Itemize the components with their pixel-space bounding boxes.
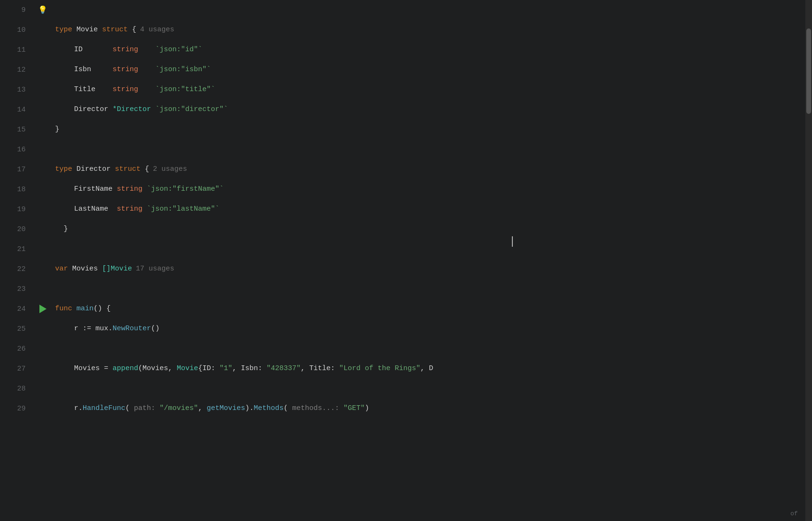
type-movie-lit: Movie xyxy=(177,364,198,372)
var-movies-assign: Movies xyxy=(74,364,100,372)
usages-director: 2 usages xyxy=(153,165,187,173)
line-number-23: 23 xyxy=(0,285,34,293)
line-content-12: Isbn string `json:"isbn"` xyxy=(51,60,812,80)
line-number-28: 28 xyxy=(0,385,34,393)
method-methods: Methods xyxy=(254,404,283,412)
string-3: "Lord of the Rings" xyxy=(339,364,420,372)
param-methods-label: methods...: xyxy=(292,404,343,412)
gutter-9: 💡 xyxy=(34,5,51,15)
line-number-17: 17 xyxy=(0,166,34,174)
assign-op: := xyxy=(83,325,91,333)
json-tag-firstname: `json:"firstName"` xyxy=(147,185,224,193)
var-movies: Movies xyxy=(72,265,98,273)
line-number-24: 24 xyxy=(0,305,34,313)
line-content-24: func main() { xyxy=(51,299,812,319)
code-line-25: 25 r := mux.NewRouter() xyxy=(0,319,812,339)
scrollbar[interactable] xyxy=(805,0,812,521)
json-tag-lastname: `json:"lastName"` xyxy=(147,205,219,213)
string-1: "1" xyxy=(219,364,232,372)
code-editor: 9 💡 10 type Movie struct {4 usages 11 ID… xyxy=(0,0,812,521)
code-line-13: 13 Title string `json:"title"` xyxy=(0,80,812,100)
line-number-10: 10 xyxy=(0,26,34,34)
line-number-22: 22 xyxy=(0,265,34,273)
field-firstname: FirstName xyxy=(74,185,113,193)
line-content-19: LastName string `json:"lastName"` xyxy=(51,199,812,219)
param-path-value: "/movies" xyxy=(160,404,198,412)
methods-close: ) xyxy=(365,404,369,412)
code-lines: 9 💡 10 type Movie struct {4 usages 11 ID… xyxy=(0,0,812,419)
line-content-27: Movies = append(Movies, Movie{ID: "1", I… xyxy=(51,359,812,379)
line-content-13: Title string `json:"title"` xyxy=(51,80,812,100)
code-line-17: 17 type Director struct {2 usages xyxy=(0,159,812,179)
slice-type: []Movie xyxy=(102,265,132,273)
keyword-struct: struct xyxy=(102,26,128,34)
line-number-18: 18 xyxy=(0,186,34,194)
line-content-14: Director *Director `json:"director"` xyxy=(51,100,812,120)
field-id-lit: ID: xyxy=(202,364,215,372)
code-line-27: 27 Movies = append(Movies, Movie{ID: "1"… xyxy=(0,359,812,379)
methods-paren: ( xyxy=(283,404,288,412)
field-id: ID xyxy=(74,46,83,54)
line-number-25: 25 xyxy=(0,325,34,333)
code-line-23: 23 xyxy=(0,279,812,299)
call-parens-1: () xyxy=(151,325,160,333)
type-director: *Director xyxy=(113,105,151,113)
line-number-19: 19 xyxy=(0,205,34,214)
open-brace: { xyxy=(132,26,136,34)
line-number-27: 27 xyxy=(0,365,34,373)
keyword-type-2: type xyxy=(55,165,72,173)
code-line-10: 10 type Movie struct {4 usages xyxy=(0,20,812,40)
code-line-14: 14 Director *Director `json:"director"` xyxy=(0,100,812,120)
gutter-24[interactable] xyxy=(34,304,51,314)
pkg-mux: mux xyxy=(95,325,108,333)
field-title-lit: Title: xyxy=(309,364,335,372)
code-line-9: 9 💡 xyxy=(0,0,812,20)
param-path-label: path: xyxy=(134,404,155,412)
string-2: "428337" xyxy=(266,364,301,372)
field-lastname: LastName xyxy=(74,205,108,213)
line-number-13: 13 xyxy=(0,86,34,94)
line-number-29: 29 xyxy=(0,405,34,413)
scrollbar-thumb[interactable] xyxy=(806,28,811,114)
code-line-19: 19 LastName string `json:"lastName"` xyxy=(0,199,812,219)
func-name-main: main xyxy=(76,305,94,313)
line-number-14: 14 xyxy=(0,106,34,114)
open-brace-2: { xyxy=(145,165,149,173)
code-line-12: 12 Isbn string `json:"isbn"` xyxy=(0,60,812,80)
code-line-11: 11 ID string `json:"id"` xyxy=(0,40,812,60)
line-number-16: 16 xyxy=(0,146,34,154)
func-getmovies: getMovies xyxy=(207,404,245,412)
json-tag-director: `json:"director"` xyxy=(155,105,228,113)
code-line-21: 21 xyxy=(0,239,812,259)
code-line-26: 26 xyxy=(0,339,812,359)
type-string-4: string xyxy=(117,185,142,193)
code-line-22: 22 var Movies []Movie17 usages xyxy=(0,259,812,279)
main-params: () { xyxy=(94,305,111,313)
type-string-2: string xyxy=(113,65,138,74)
struct-name-movie: Movie xyxy=(76,26,98,34)
field-director: Director xyxy=(74,105,108,113)
field-isbn-lit: Isbn: xyxy=(241,364,262,372)
line-number-12: 12 xyxy=(0,66,34,74)
eq-op: = xyxy=(104,364,108,372)
method-newrouter: NewRouter xyxy=(113,325,151,333)
keyword-type: type xyxy=(55,26,72,34)
field-d-truncated: D xyxy=(429,364,433,372)
code-line-28: 28 xyxy=(0,379,812,399)
line-content-25: r := mux.NewRouter() xyxy=(51,319,812,339)
code-line-24: 24 func main() { xyxy=(0,299,812,319)
handlefunc-paren: ( xyxy=(125,404,130,412)
field-isbn: Isbn xyxy=(74,65,91,74)
code-line-29: 29 r.HandleFunc( path: "/movies", getMov… xyxy=(0,399,812,419)
line-number-9: 9 xyxy=(0,6,34,14)
code-line-16: 16 xyxy=(0,140,812,159)
line-content-17: type Director struct {2 usages xyxy=(51,159,812,179)
var-movies-arg: Movies xyxy=(142,364,168,372)
code-line-18: 18 FirstName string `json:"firstName"` xyxy=(0,179,812,199)
append-paren: ( xyxy=(138,364,142,372)
line-content-29: r.HandleFunc( path: "/movies", getMovies… xyxy=(51,399,812,419)
var-r: r xyxy=(74,325,78,333)
line-content-10: type Movie struct {4 usages xyxy=(51,20,812,40)
line-content-15: } xyxy=(51,120,812,140)
run-button[interactable] xyxy=(38,304,47,314)
